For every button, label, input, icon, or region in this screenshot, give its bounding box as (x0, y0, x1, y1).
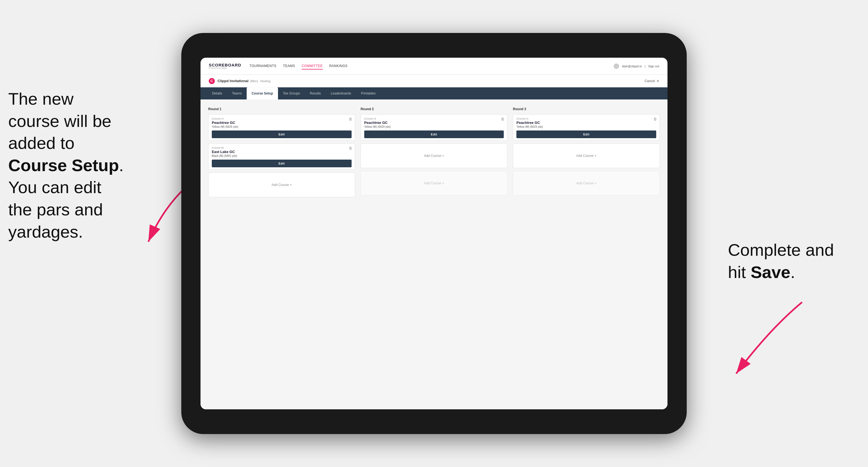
round-1-label: Round 1 (208, 107, 355, 111)
rounds-grid: Round 1 (Course A) Peachtree GC Yellow (… (208, 107, 660, 200)
tab-results[interactable]: Results (305, 87, 326, 99)
round-3-course-a-tee: Yellow (M) (6629 yds) (517, 125, 656, 128)
round-3-course-a-card: (Course A) Peachtree GC Yellow (M) (6629… (513, 114, 660, 141)
round-1-course-a-card: (Course A) Peachtree GC Yellow (M) (6629… (208, 114, 355, 141)
round-3-add-course-label: Add Course + (576, 154, 597, 158)
round-1-course-b-edit-button[interactable]: Edit (212, 160, 351, 167)
nav-link-teams[interactable]: TEAMS (283, 63, 295, 69)
tab-leaderboards[interactable]: Leaderboards (326, 87, 356, 99)
round-1-course-a-edit-button[interactable]: Edit (212, 130, 351, 138)
nav-link-committee[interactable]: COMMITTEE (302, 63, 323, 69)
round-1-course-b-label: (Course B) (212, 147, 351, 149)
sub-header-tag: (Men) (250, 80, 258, 83)
round-3-add-course-label-2: Add Course + (576, 181, 597, 185)
round-1-course-b-delete-icon[interactable]: 🗑 (348, 146, 353, 150)
round-3-add-course-button[interactable]: Add Course + (513, 144, 660, 168)
nav-links: TOURNAMENTS TEAMS COMMITTEE RANKINGS (249, 63, 614, 69)
cancel-icon: ✕ (656, 79, 659, 83)
nav-avatar (614, 63, 619, 69)
cancel-label: Cancel (645, 79, 655, 83)
round-1-course-a-name: Peachtree GC (212, 121, 351, 125)
tab-teams[interactable]: Teams (227, 87, 247, 99)
round-3-label: Round 3 (513, 107, 660, 111)
round-2-course-a-edit-button[interactable]: Edit (364, 130, 504, 138)
round-2-course-a-label: (Course A) (364, 117, 504, 120)
round-2-column: Round 2 (Course A) Peachtree GC Yellow (… (361, 107, 507, 200)
nav-signout[interactable]: Sign out (648, 65, 659, 68)
nav-link-rankings[interactable]: RANKINGS (329, 63, 348, 69)
round-1-course-b-card: (Course B) East Lake GC Black (M) (6891 … (208, 144, 355, 170)
logo-scoreboard: SCOREBOARD (209, 63, 241, 67)
round-2-add-course-label-2: Add Course + (424, 181, 444, 185)
tablet-screen: SCOREBOARD Powered by clippd TOURNAMENTS… (200, 58, 668, 409)
round-3-course-a-label: (Course A) (517, 117, 656, 120)
round-2-course-a-name: Peachtree GC (364, 121, 504, 125)
top-nav: SCOREBOARD Powered by clippd TOURNAMENTS… (200, 58, 668, 75)
tab-course-setup[interactable]: Course Setup (247, 87, 278, 99)
round-1-course-b-tee: Black (M) (6891 yds) (212, 154, 351, 157)
logo-powered: Powered by clippd (209, 67, 241, 69)
nav-email: blair@clippd.io (622, 65, 642, 68)
cancel-button[interactable]: Cancel ✕ (645, 79, 659, 83)
round-3-course-a-name: Peachtree GC (517, 121, 656, 125)
main-content: Round 1 (Course A) Peachtree GC Yellow (… (200, 99, 668, 409)
nav-link-tournaments[interactable]: TOURNAMENTS (249, 63, 276, 69)
tab-bar: Details Teams Course Setup Tee Groups Re… (200, 87, 668, 99)
annotation-bold-course-setup: Course Setup (8, 156, 119, 175)
round-3-course-a-delete-icon[interactable]: 🗑 (653, 117, 657, 121)
sub-header-hosting: Hosting (260, 80, 270, 83)
round-3-add-course-button-2: Add Course + (513, 171, 660, 195)
annotation-bold-save: Save (751, 262, 790, 282)
round-2-add-course-button-2: Add Course + (361, 171, 507, 195)
tab-details[interactable]: Details (207, 87, 227, 99)
round-1-course-b-name: East Lake GC (212, 150, 351, 154)
sub-header-title: Clippd Invitational (218, 79, 249, 83)
round-1-course-a-label: (Course A) (212, 117, 351, 120)
annotation-right: Complete and hit Save. (728, 239, 860, 283)
nav-right: blair@clippd.io | Sign out (614, 63, 659, 69)
arrow-right-indicator (714, 297, 813, 384)
round-2-label: Round 2 (361, 107, 507, 111)
round-3-column: Round 3 (Course A) Peachtree GC Yellow (… (513, 107, 660, 200)
round-2-course-a-tee: Yellow (M) (6629 yds) (364, 125, 504, 128)
tab-tee-groups[interactable]: Tee Groups (278, 87, 305, 99)
sub-header: C Clippd Invitational (Men) Hosting Canc… (200, 75, 668, 87)
logo-area: SCOREBOARD Powered by clippd (209, 63, 241, 69)
round-1-course-a-tee: Yellow (M) (6629 yds) (212, 125, 351, 128)
round-1-add-course-button[interactable]: Add Course + (208, 173, 355, 197)
tablet-device: SCOREBOARD Powered by clippd TOURNAMENTS… (181, 33, 687, 434)
round-2-course-a-card: (Course A) Peachtree GC Yellow (M) (6629… (361, 114, 507, 141)
sub-header-logo: C (209, 78, 215, 84)
nav-separator: | (645, 65, 646, 68)
round-1-course-a-delete-icon[interactable]: 🗑 (348, 117, 353, 121)
round-1-column: Round 1 (Course A) Peachtree GC Yellow (… (208, 107, 355, 200)
round-3-course-a-edit-button[interactable]: Edit (517, 130, 656, 138)
round-2-add-course-button[interactable]: Add Course + (361, 144, 507, 168)
round-1-add-course-label: Add Course + (271, 183, 292, 187)
round-2-course-a-delete-icon[interactable]: 🗑 (500, 117, 505, 121)
tab-printables[interactable]: Printables (356, 87, 380, 99)
round-2-add-course-label: Add Course + (424, 154, 444, 158)
